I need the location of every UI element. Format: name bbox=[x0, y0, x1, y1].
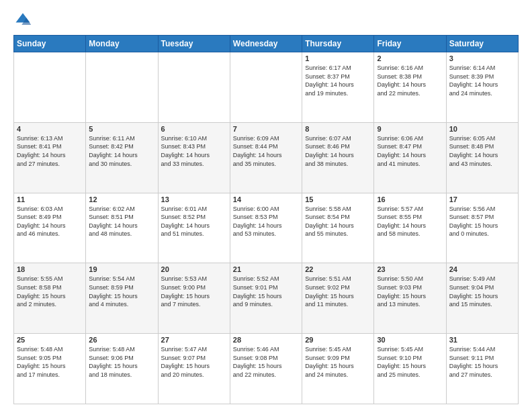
calendar-cell bbox=[86, 52, 158, 123]
day-number: 1 bbox=[305, 54, 371, 62]
day-info: Sunrise: 6:05 AM Sunset: 8:48 PM Dayligh… bbox=[449, 134, 515, 168]
calendar-cell: 8Sunrise: 6:07 AM Sunset: 8:46 PM Daylig… bbox=[302, 122, 374, 193]
calendar-cell: 9Sunrise: 6:06 AM Sunset: 8:47 PM Daylig… bbox=[374, 122, 446, 193]
day-header-saturday: Saturday bbox=[446, 36, 518, 52]
calendar-cell: 10Sunrise: 6:05 AM Sunset: 8:48 PM Dayli… bbox=[446, 122, 518, 193]
day-header-thursday: Thursday bbox=[302, 36, 374, 52]
calendar-cell: 13Sunrise: 6:01 AM Sunset: 8:52 PM Dayli… bbox=[158, 193, 230, 263]
header bbox=[13, 11, 519, 30]
day-info: Sunrise: 5:45 AM Sunset: 9:09 PM Dayligh… bbox=[305, 345, 371, 379]
day-info: Sunrise: 5:54 AM Sunset: 8:59 PM Dayligh… bbox=[89, 275, 154, 308]
day-info: Sunrise: 6:06 AM Sunset: 8:47 PM Dayligh… bbox=[377, 134, 443, 168]
calendar-week-row: 1Sunrise: 6:17 AM Sunset: 8:37 PM Daylig… bbox=[14, 52, 519, 123]
calendar-cell: 16Sunrise: 5:57 AM Sunset: 8:55 PM Dayli… bbox=[374, 193, 446, 263]
calendar-cell: 23Sunrise: 5:50 AM Sunset: 9:03 PM Dayli… bbox=[374, 263, 446, 334]
day-header-friday: Friday bbox=[374, 36, 446, 52]
calendar-header-row: SundayMondayTuesdayWednesdayThursdayFrid… bbox=[14, 36, 519, 52]
calendar-cell: 4Sunrise: 6:13 AM Sunset: 8:41 PM Daylig… bbox=[14, 122, 86, 193]
day-number: 14 bbox=[233, 195, 299, 203]
calendar-cell: 30Sunrise: 5:45 AM Sunset: 9:10 PM Dayli… bbox=[374, 334, 446, 404]
day-header-sunday: Sunday bbox=[14, 36, 86, 52]
day-info: Sunrise: 6:00 AM Sunset: 8:53 PM Dayligh… bbox=[233, 205, 299, 238]
calendar-cell bbox=[158, 52, 230, 123]
calendar-cell: 1Sunrise: 6:17 AM Sunset: 8:37 PM Daylig… bbox=[302, 52, 374, 123]
calendar-cell: 29Sunrise: 5:45 AM Sunset: 9:09 PM Dayli… bbox=[302, 334, 374, 404]
day-header-wednesday: Wednesday bbox=[230, 36, 302, 52]
calendar-cell: 12Sunrise: 6:02 AM Sunset: 8:51 PM Dayli… bbox=[86, 193, 158, 263]
day-header-tuesday: Tuesday bbox=[158, 36, 230, 52]
calendar-cell: 22Sunrise: 5:51 AM Sunset: 9:02 PM Dayli… bbox=[302, 263, 374, 334]
day-number: 11 bbox=[17, 195, 83, 203]
calendar-week-row: 18Sunrise: 5:55 AM Sunset: 8:58 PM Dayli… bbox=[14, 263, 519, 334]
page: SundayMondayTuesdayWednesdayThursdayFrid… bbox=[0, 0, 532, 411]
calendar-week-row: 25Sunrise: 5:48 AM Sunset: 9:05 PM Dayli… bbox=[14, 334, 519, 404]
day-info: Sunrise: 5:44 AM Sunset: 9:11 PM Dayligh… bbox=[449, 345, 515, 379]
day-info: Sunrise: 5:48 AM Sunset: 9:06 PM Dayligh… bbox=[89, 345, 154, 379]
calendar-cell: 18Sunrise: 5:55 AM Sunset: 8:58 PM Dayli… bbox=[14, 263, 86, 334]
day-info: Sunrise: 5:47 AM Sunset: 9:07 PM Dayligh… bbox=[161, 345, 227, 379]
day-number: 24 bbox=[449, 265, 515, 273]
day-number: 30 bbox=[377, 336, 443, 344]
day-info: Sunrise: 5:56 AM Sunset: 8:57 PM Dayligh… bbox=[449, 205, 515, 238]
day-number: 16 bbox=[377, 195, 443, 203]
day-info: Sunrise: 6:02 AM Sunset: 8:51 PM Dayligh… bbox=[89, 205, 154, 238]
day-info: Sunrise: 5:50 AM Sunset: 9:03 PM Dayligh… bbox=[377, 275, 443, 308]
calendar-cell: 14Sunrise: 6:00 AM Sunset: 8:53 PM Dayli… bbox=[230, 193, 302, 263]
day-number: 12 bbox=[89, 195, 154, 203]
day-number: 7 bbox=[233, 125, 299, 133]
day-header-monday: Monday bbox=[86, 36, 158, 52]
day-number: 8 bbox=[305, 125, 371, 133]
calendar-cell: 28Sunrise: 5:46 AM Sunset: 9:08 PM Dayli… bbox=[230, 334, 302, 404]
calendar-cell: 26Sunrise: 5:48 AM Sunset: 9:06 PM Dayli… bbox=[86, 334, 158, 404]
day-info: Sunrise: 6:10 AM Sunset: 8:43 PM Dayligh… bbox=[161, 134, 227, 168]
calendar-cell: 25Sunrise: 5:48 AM Sunset: 9:05 PM Dayli… bbox=[14, 334, 86, 404]
day-info: Sunrise: 6:17 AM Sunset: 8:37 PM Dayligh… bbox=[305, 64, 371, 97]
logo-icon bbox=[13, 11, 32, 30]
day-number: 29 bbox=[305, 336, 371, 344]
calendar-cell: 11Sunrise: 6:03 AM Sunset: 8:49 PM Dayli… bbox=[14, 193, 86, 263]
day-number: 27 bbox=[161, 336, 227, 344]
day-info: Sunrise: 5:49 AM Sunset: 9:04 PM Dayligh… bbox=[449, 275, 515, 308]
day-info: Sunrise: 5:51 AM Sunset: 9:02 PM Dayligh… bbox=[305, 275, 371, 308]
day-number: 13 bbox=[161, 195, 227, 203]
day-number: 3 bbox=[449, 54, 515, 62]
calendar-cell: 7Sunrise: 6:09 AM Sunset: 8:44 PM Daylig… bbox=[230, 122, 302, 193]
day-number: 23 bbox=[377, 265, 443, 273]
day-number: 20 bbox=[161, 265, 227, 273]
day-info: Sunrise: 5:57 AM Sunset: 8:55 PM Dayligh… bbox=[377, 205, 443, 238]
day-number: 21 bbox=[233, 265, 299, 273]
calendar-cell: 27Sunrise: 5:47 AM Sunset: 9:07 PM Dayli… bbox=[158, 334, 230, 404]
calendar-cell: 3Sunrise: 6:14 AM Sunset: 8:39 PM Daylig… bbox=[446, 52, 518, 123]
calendar-cell: 6Sunrise: 6:10 AM Sunset: 8:43 PM Daylig… bbox=[158, 122, 230, 193]
day-number: 9 bbox=[377, 125, 443, 133]
day-info: Sunrise: 6:07 AM Sunset: 8:46 PM Dayligh… bbox=[305, 134, 371, 168]
day-number: 31 bbox=[449, 336, 515, 344]
day-number: 28 bbox=[233, 336, 299, 344]
day-number: 10 bbox=[449, 125, 515, 133]
day-number: 2 bbox=[377, 54, 443, 62]
calendar-cell: 5Sunrise: 6:11 AM Sunset: 8:42 PM Daylig… bbox=[86, 122, 158, 193]
calendar-cell: 2Sunrise: 6:16 AM Sunset: 8:38 PM Daylig… bbox=[374, 52, 446, 123]
day-number: 22 bbox=[305, 265, 371, 273]
day-info: Sunrise: 5:45 AM Sunset: 9:10 PM Dayligh… bbox=[377, 345, 443, 379]
calendar-cell: 20Sunrise: 5:53 AM Sunset: 9:00 PM Dayli… bbox=[158, 263, 230, 334]
day-info: Sunrise: 6:09 AM Sunset: 8:44 PM Dayligh… bbox=[233, 134, 299, 168]
calendar-cell bbox=[230, 52, 302, 123]
day-info: Sunrise: 6:01 AM Sunset: 8:52 PM Dayligh… bbox=[161, 205, 227, 238]
day-number: 26 bbox=[89, 336, 154, 344]
calendar-cell bbox=[14, 52, 86, 123]
day-info: Sunrise: 6:16 AM Sunset: 8:38 PM Dayligh… bbox=[377, 64, 443, 97]
calendar-cell: 31Sunrise: 5:44 AM Sunset: 9:11 PM Dayli… bbox=[446, 334, 518, 404]
day-info: Sunrise: 5:52 AM Sunset: 9:01 PM Dayligh… bbox=[233, 275, 299, 308]
day-number: 17 bbox=[449, 195, 515, 203]
day-number: 15 bbox=[305, 195, 371, 203]
day-number: 5 bbox=[89, 125, 154, 133]
day-info: Sunrise: 5:58 AM Sunset: 8:54 PM Dayligh… bbox=[305, 205, 371, 238]
day-info: Sunrise: 5:46 AM Sunset: 9:08 PM Dayligh… bbox=[233, 345, 299, 379]
day-number: 25 bbox=[17, 336, 83, 344]
day-info: Sunrise: 5:55 AM Sunset: 8:58 PM Dayligh… bbox=[17, 275, 83, 308]
calendar-week-row: 11Sunrise: 6:03 AM Sunset: 8:49 PM Dayli… bbox=[14, 193, 519, 263]
logo bbox=[13, 11, 35, 30]
day-info: Sunrise: 6:13 AM Sunset: 8:41 PM Dayligh… bbox=[17, 134, 83, 168]
calendar-week-row: 4Sunrise: 6:13 AM Sunset: 8:41 PM Daylig… bbox=[14, 122, 519, 193]
